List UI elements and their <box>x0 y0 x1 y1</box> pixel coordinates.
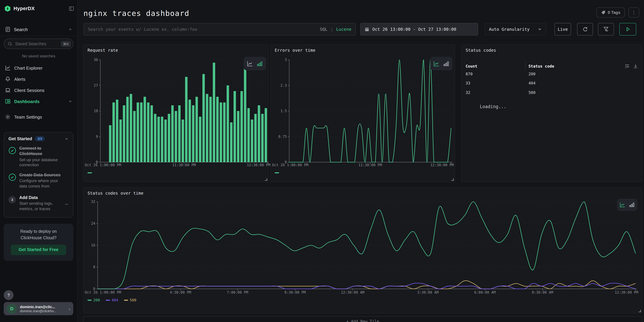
search-section-label: Search <box>14 27 28 32</box>
legend-item[interactable] <box>275 172 279 173</box>
date-range-picker[interactable]: Oct 26 13:00:00 - Oct 27 13:00:00 <box>360 23 478 36</box>
svg-text:8: 8 <box>93 265 95 269</box>
step-desc: Configure where your data comes from <box>19 178 61 189</box>
filter-button[interactable] <box>598 23 614 36</box>
panel-status-codes: Status codes Count Status code 870 200 3… <box>461 44 642 182</box>
cell-status-code: 200 <box>528 72 536 76</box>
sidebar-item-dashboards[interactable]: Dashboards <box>0 97 77 106</box>
run-query-button[interactable] <box>619 23 636 36</box>
user-menu[interactable]: D dominic.tran@clic... dominic.tran@clic… <box>4 302 73 315</box>
svg-text:Oct 26 1:00:00 PM: Oct 26 1:00:00 PM <box>272 163 308 167</box>
cell-status-code: 404 <box>528 81 536 86</box>
no-saved-searches-text: No saved searches <box>0 54 77 58</box>
lucene-mode-button[interactable]: Lucene <box>336 27 352 32</box>
errors-over-time-chart: 00.751.52.33Oct 26 1:00:00 PM11:30:00 PM… <box>271 44 456 182</box>
date-range-value: Oct 26 13:00:00 - Oct 27 13:00:00 <box>372 27 456 32</box>
get-started-step-sources[interactable]: Create Data Sources Configure where your… <box>8 172 68 189</box>
get-started-free-button[interactable]: Get Started for Free <box>11 244 66 255</box>
panel-title: Errors over time <box>275 48 316 53</box>
mode-divider: | <box>330 27 333 32</box>
column-header-count[interactable]: Count <box>466 64 477 68</box>
step-title: Connect to ClickHouse <box>19 146 61 156</box>
get-started-step-connect[interactable]: Connect to ClickHouse Set up your databa… <box>8 146 68 168</box>
sidebar-item-chart-explorer[interactable]: Chart Explorer <box>0 63 77 73</box>
calendar-icon <box>364 27 369 32</box>
bar-chart-icon[interactable] <box>257 61 262 66</box>
status-codes-over-time-chart: 08162432Oct 26 1:00:00 PM4:30:00 PM7:00:… <box>84 188 643 314</box>
tags-label: 0 Tags <box>608 10 620 15</box>
tags-button[interactable]: 0 Tags <box>596 8 625 18</box>
bell-icon <box>5 76 10 82</box>
sidebar-item-client-sessions[interactable]: Client Sessions <box>0 86 77 95</box>
bar-chart-icon[interactable] <box>629 202 634 208</box>
line-chart-icon[interactable] <box>434 61 439 66</box>
svg-text:11:30:00 PM: 11:30:00 PM <box>358 163 382 167</box>
chevron-up-icon[interactable] <box>64 137 68 141</box>
table-row[interactable]: 32 500 <box>466 89 638 96</box>
cell-count: 32 <box>466 90 470 95</box>
get-started-step-add-data[interactable]: 3 Add Data Start sending logs, metrics, … <box>8 195 68 212</box>
granularity-select[interactable]: Auto Granularity <box>484 23 546 36</box>
dashboard-menu-button[interactable]: ⋮ <box>628 8 639 18</box>
column-header-status-code[interactable]: Status code <box>528 64 554 68</box>
search-section-icon <box>5 27 10 32</box>
svg-text:12:30:00 PM: 12:30:00 PM <box>247 163 270 167</box>
download-icon[interactable] <box>633 64 638 68</box>
svg-text:Oct 26 1:00:00 PM: Oct 26 1:00:00 PM <box>85 290 121 294</box>
request-rate-chart: 09182736Oct 26 1:00:00 PM11:30:00 PM12:3… <box>84 44 269 182</box>
sidebar-item-alerts[interactable]: Alerts <box>0 74 77 84</box>
sidebar-collapse-button[interactable] <box>69 6 74 11</box>
check-circle-icon <box>8 147 16 168</box>
sidebar-item-team-settings[interactable]: Team Settings <box>0 112 77 122</box>
svg-text:8:30:00 AM: 8:30:00 AM <box>532 290 553 294</box>
saved-searches-input[interactable]: Saved Searches ⌘K <box>4 38 73 49</box>
tag-icon <box>601 10 606 15</box>
svg-text:4:30:00 PM: 4:30:00 PM <box>170 290 191 294</box>
add-new-tile-button[interactable]: + Add New Tile <box>83 316 642 322</box>
chart-type-toggle <box>244 57 266 70</box>
wrap-lines-icon[interactable] <box>625 64 630 68</box>
table-header: Count Status code <box>466 62 638 70</box>
cell-count: 870 <box>466 72 473 76</box>
legend-item-500[interactable]: 500 <box>124 298 136 302</box>
user-email: dominic.tran@clickho... <box>20 309 56 313</box>
step-number-badge: 3 <box>8 196 16 212</box>
panel-title: Request rate <box>88 48 118 53</box>
sidebar-item-search[interactable]: Search <box>0 25 77 34</box>
legend-item[interactable] <box>88 172 92 173</box>
line-chart-icon[interactable] <box>620 202 625 208</box>
kebab-icon: ⋮ <box>632 10 636 15</box>
resize-handle[interactable] <box>638 310 641 312</box>
legend-item-404[interactable]: 404 <box>106 298 118 302</box>
filter-icon <box>603 26 609 32</box>
bar-chart-icon[interactable] <box>443 61 449 66</box>
hyperdx-logo-icon <box>4 5 11 12</box>
svg-text:36: 36 <box>94 58 98 62</box>
svg-text:6:00:00 AM: 6:00:00 AM <box>474 290 496 294</box>
refresh-icon <box>582 26 588 32</box>
event-search-input[interactable]: Search your events w/ Lucene ex. column:… <box>84 23 356 36</box>
resize-handle[interactable] <box>264 178 267 181</box>
help-button[interactable]: ? <box>4 290 14 300</box>
table-row[interactable]: 33 404 <box>466 80 638 87</box>
cell-count: 33 <box>466 81 470 86</box>
legend-item-200[interactable]: 200 <box>88 298 100 302</box>
panel-title: Status codes <box>466 48 496 53</box>
svg-text:2.3: 2.3 <box>280 84 287 88</box>
sql-mode-button[interactable]: SQL <box>320 27 328 32</box>
resize-handle[interactable] <box>451 178 454 181</box>
column-resize-handle[interactable] <box>525 62 526 70</box>
svg-text:12:30:00 PM: 12:30:00 PM <box>430 163 454 167</box>
chevron-right-icon: › <box>69 306 70 311</box>
sidebar-item-label: Team Settings <box>14 114 42 120</box>
brand-row: HyperDX <box>4 4 74 12</box>
table-row[interactable]: 870 200 <box>466 70 638 78</box>
sidebar-item-label: Client Sessions <box>14 88 44 93</box>
search-placeholder: Search your events w/ Lucene ex. column:… <box>88 27 197 32</box>
refresh-button[interactable] <box>577 23 593 36</box>
shortcut-badge: ⌘K <box>61 41 71 47</box>
chart-type-toggle <box>430 57 452 70</box>
line-chart-icon[interactable] <box>247 61 253 66</box>
live-button[interactable]: Live <box>554 23 571 36</box>
arrow-right-icon: → <box>64 201 68 206</box>
